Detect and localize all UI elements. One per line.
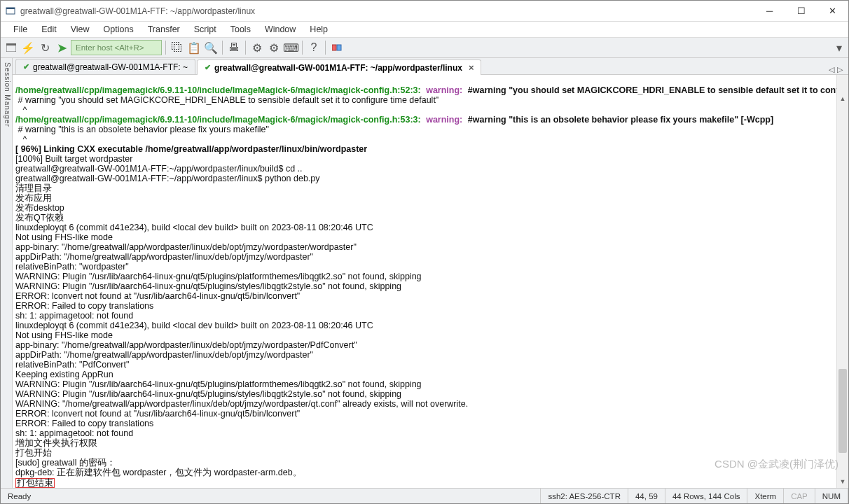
terminal-scrollbar[interactable]: ▲ ▼ <box>836 75 848 488</box>
titlebar: greatwall@greatwall-GW-001M1A-FTF: ~/app… <box>1 1 848 22</box>
status-caps: CAP <box>784 489 815 503</box>
window-title: greatwall@greatwall-GW-001M1A-FTF: ~/app… <box>20 6 754 16</box>
menu-transfer[interactable]: Transfer <box>141 23 187 36</box>
connect-icon[interactable]: ➤ <box>54 40 69 55</box>
status-ready: Ready <box>1 489 541 503</box>
close-button[interactable]: ✕ <box>817 1 848 21</box>
minimize-button[interactable]: ─ <box>754 1 785 21</box>
menu-file[interactable]: File <box>6 23 34 36</box>
host-input[interactable]: Enter host <Alt+R> <box>71 40 162 55</box>
copy-icon[interactable]: ⿻ <box>170 40 185 55</box>
menu-tools[interactable]: Tools <box>223 23 258 36</box>
maximize-button[interactable]: ☐ <box>785 1 817 21</box>
tab-label: greatwall@greatwall-GW-001M1A-FTF: ~/app… <box>214 63 462 73</box>
status-term: Xterm <box>747 489 784 503</box>
tab-prev-icon[interactable]: ◁ <box>829 65 834 74</box>
menu-window[interactable]: Window <box>258 23 303 36</box>
quick-connect-icon[interactable]: ⚡ <box>20 40 36 55</box>
menubar: File Edit View Options Transfer Script T… <box>1 22 848 37</box>
highlighted-text: 打包结束 <box>15 478 55 488</box>
tab-label: greatwall@greatwall-GW-001M1A-FTF: ~ <box>33 62 188 72</box>
watermark: CSDN @金武凌(荆门泽优) <box>715 459 838 468</box>
check-icon: ✔ <box>205 63 211 72</box>
sessions-icon[interactable] <box>329 40 345 55</box>
reconnect-icon[interactable]: ↻ <box>37 40 53 55</box>
status-num: NUM <box>815 489 848 503</box>
tab-session-1[interactable]: ✔ greatwall@greatwall-GW-001M1A-FTF: ~ <box>15 59 195 74</box>
find-icon[interactable]: 🔍 <box>203 40 219 55</box>
settings-icon[interactable]: ⚙ <box>249 40 265 55</box>
session-options-icon[interactable]: ⚙ <box>266 40 282 55</box>
svg-rect-4 <box>332 45 336 50</box>
toolbar-overflow-icon[interactable]: ▾ <box>833 41 845 55</box>
menu-edit[interactable]: Edit <box>34 23 64 36</box>
toolbar: ⚡ ↻ ➤ Enter host <Alt+R> ⿻ 📋 🔍 🖶 ⚙ ⚙ ⌨ ?… <box>1 37 848 58</box>
terminal-icon[interactable] <box>4 40 19 55</box>
check-icon: ✔ <box>23 62 29 71</box>
tabbar: ✔ greatwall@greatwall-GW-001M1A-FTF: ~ ✔… <box>13 58 848 75</box>
statusbar: Ready ssh2: AES-256-CTR 44, 59 44 Rows, … <box>1 488 848 503</box>
status-size: 44 Rows, 144 Cols <box>665 489 748 503</box>
session-manager-panel[interactable]: Session Manager <box>1 58 13 488</box>
scroll-up-icon[interactable]: ▲ <box>837 93 848 105</box>
close-tab-icon[interactable]: × <box>469 62 474 73</box>
svg-rect-1 <box>6 8 15 9</box>
tab-session-2[interactable]: ✔ greatwall@greatwall-GW-001M1A-FTF: ~/a… <box>197 59 481 75</box>
menu-view[interactable]: View <box>64 23 97 36</box>
help-icon[interactable]: ? <box>306 40 322 55</box>
terminal-output[interactable]: /home/greatwall/cpp/imagemagick/6.9.11-1… <box>13 75 848 488</box>
tab-next-icon[interactable]: ▷ <box>837 65 843 74</box>
app-icon <box>5 6 16 17</box>
svg-rect-5 <box>337 45 341 50</box>
keymap-icon[interactable]: ⌨ <box>283 40 298 55</box>
menu-help[interactable]: Help <box>303 23 335 36</box>
menu-options[interactable]: Options <box>97 23 141 36</box>
status-cursor: 44, 59 <box>628 489 665 503</box>
menu-script[interactable]: Script <box>187 23 223 36</box>
svg-rect-3 <box>6 43 16 46</box>
status-connection: ssh2: AES-256-CTR <box>541 489 628 503</box>
print-icon[interactable]: 🖶 <box>226 40 242 55</box>
paste-icon[interactable]: 📋 <box>186 40 202 55</box>
scroll-down-icon[interactable]: ▼ <box>837 476 848 488</box>
scroll-thumb[interactable] <box>838 369 847 453</box>
